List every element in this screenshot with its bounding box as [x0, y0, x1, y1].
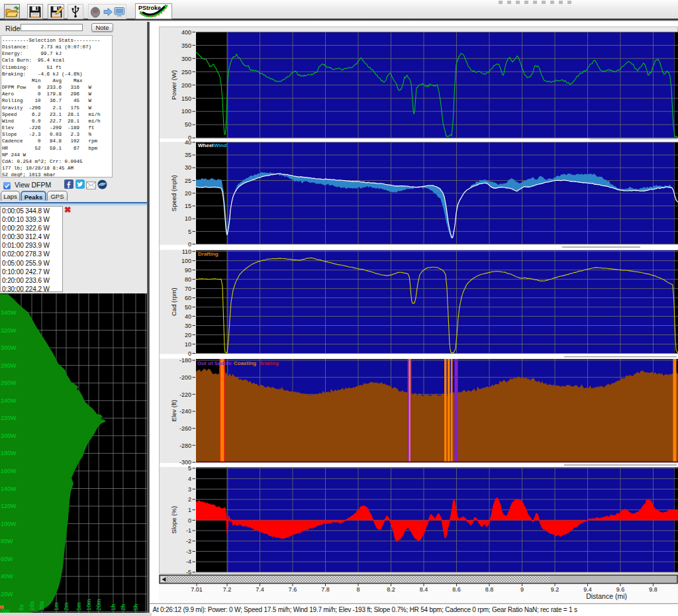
svg-text:150: 150: [181, 95, 191, 102]
svg-text:100W: 100W: [1, 521, 17, 527]
svg-text:-240: -240: [179, 408, 191, 415]
svg-text:80: 80: [185, 276, 191, 283]
svg-text:1: 1: [188, 507, 191, 513]
svg-text:9.8: 9.8: [649, 586, 657, 593]
svg-text:3: 3: [188, 486, 191, 493]
svg-text:240W: 240W: [1, 397, 17, 404]
svg-text:PStroke: PStroke: [138, 5, 161, 11]
svg-text:Wheel: Wheel: [198, 142, 214, 148]
svg-text:Elev (ft): Elev (ft): [170, 400, 177, 422]
svg-text:200: 200: [181, 82, 191, 89]
svg-text:0: 0: [188, 241, 191, 248]
svg-text:25: 25: [185, 178, 191, 184]
svg-text:10: 10: [185, 215, 191, 222]
svg-text:110: 110: [182, 248, 191, 255]
svg-text:Out of Saddle: Out of Saddle: [197, 360, 232, 366]
svg-text:-180: -180: [179, 357, 191, 364]
svg-text:Drafting: Drafting: [198, 251, 218, 257]
svg-text:7.6: 7.6: [289, 586, 297, 593]
svg-text:5: 5: [188, 229, 191, 235]
svg-text:Coasting: Coasting: [234, 360, 256, 366]
svg-text:-200: -200: [179, 374, 191, 381]
svg-text:100: 100: [181, 108, 191, 115]
svg-text:40: 40: [185, 313, 191, 320]
svg-text:20s: 20s: [38, 601, 45, 611]
svg-text:250: 250: [181, 69, 191, 76]
svg-text:1h: 1h: [110, 604, 117, 611]
svg-text:30: 30: [185, 323, 191, 329]
svg-text:8.8: 8.8: [485, 586, 494, 593]
svg-text:60W: 60W: [1, 556, 13, 562]
svg-text:-4: -4: [186, 558, 191, 565]
svg-text:10m: 10m: [85, 599, 92, 611]
svg-text:40: 40: [185, 139, 191, 146]
svg-text:20W: 20W: [1, 591, 13, 597]
svg-text:1m: 1m: [53, 602, 60, 611]
svg-text:10: 10: [185, 341, 191, 348]
svg-text:50: 50: [185, 304, 191, 311]
svg-text:0: 0: [188, 350, 191, 357]
svg-text:7.4: 7.4: [256, 586, 264, 593]
svg-text:7.01: 7.01: [191, 586, 203, 593]
svg-text:15: 15: [185, 203, 191, 209]
svg-text:5: 5: [188, 465, 191, 472]
svg-text:-220: -220: [179, 391, 191, 398]
svg-text:8.4: 8.4: [420, 586, 428, 593]
svg-text:30: 30: [185, 164, 191, 171]
svg-text:9.2: 9.2: [551, 586, 559, 593]
svg-text:4: 4: [188, 476, 191, 482]
svg-text:0: 0: [188, 517, 191, 524]
svg-text:5m: 5m: [75, 602, 82, 611]
svg-text:400: 400: [181, 29, 191, 36]
svg-text:8.2: 8.2: [387, 586, 395, 593]
svg-text:7.8: 7.8: [321, 586, 330, 593]
svg-text:Wind: Wind: [214, 142, 227, 148]
svg-text:Power (W): Power (W): [170, 70, 177, 100]
svg-text:60: 60: [185, 295, 191, 301]
svg-text:80W: 80W: [1, 538, 13, 544]
svg-text:-280: -280: [179, 442, 191, 449]
svg-text:2h: 2h: [120, 604, 126, 611]
svg-text:5h: 5h: [132, 604, 139, 611]
svg-text:320W: 320W: [1, 327, 17, 334]
svg-text:Slope (%): Slope (%): [170, 506, 177, 534]
svg-text:90: 90: [185, 267, 191, 274]
svg-text:280W: 280W: [1, 362, 17, 369]
svg-text:50: 50: [185, 121, 191, 128]
svg-text:-2: -2: [186, 538, 191, 544]
svg-text:100: 100: [181, 258, 191, 264]
svg-text:20: 20: [185, 332, 191, 338]
svg-text:Cad (rpm): Cad (rpm): [170, 287, 177, 316]
svg-text:260W: 260W: [1, 380, 17, 386]
svg-text:140W: 140W: [1, 486, 17, 492]
svg-text:220W: 220W: [1, 415, 17, 421]
svg-text:Distance (mi): Distance (mi): [586, 592, 627, 600]
svg-text:-260: -260: [179, 425, 191, 432]
svg-text:-5: -5: [186, 569, 191, 576]
svg-text:10s: 10s: [28, 601, 35, 611]
svg-text:20m: 20m: [95, 599, 102, 611]
svg-text:200W: 200W: [1, 433, 17, 439]
svg-text:120W: 120W: [1, 503, 17, 509]
svg-text:Braking: Braking: [259, 360, 279, 366]
svg-text:7.2: 7.2: [223, 586, 232, 593]
svg-text:2: 2: [188, 496, 191, 503]
svg-text:9: 9: [520, 586, 524, 593]
svg-text:2m: 2m: [63, 602, 70, 611]
svg-text:300: 300: [181, 56, 191, 62]
svg-text:340W: 340W: [1, 309, 17, 316]
svg-text:5s: 5s: [18, 604, 24, 611]
svg-text:Speed (mph): Speed (mph): [170, 175, 177, 211]
svg-text:35: 35: [185, 152, 191, 158]
svg-text:20: 20: [185, 190, 191, 197]
svg-text:40W: 40W: [1, 573, 13, 580]
svg-text:8: 8: [356, 586, 360, 593]
svg-text:-3: -3: [186, 548, 191, 555]
svg-text:8.6: 8.6: [452, 586, 461, 593]
svg-text:-1: -1: [186, 527, 191, 534]
svg-text:300W: 300W: [1, 344, 17, 351]
svg-text:160W: 160W: [1, 468, 17, 474]
svg-text:180W: 180W: [1, 450, 17, 456]
svg-text:350: 350: [181, 42, 191, 49]
svg-text:70: 70: [185, 285, 191, 292]
